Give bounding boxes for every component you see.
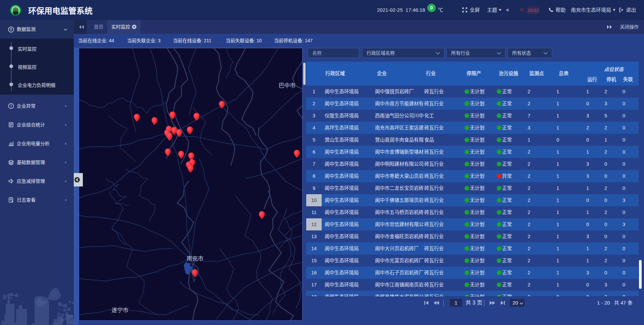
svg-text:南充市: 南充市 — [186, 256, 204, 262]
svg-text:遂宁市: 遂宁市 — [111, 307, 128, 314]
svg-text:巴中市: 巴中市 — [278, 83, 296, 89]
